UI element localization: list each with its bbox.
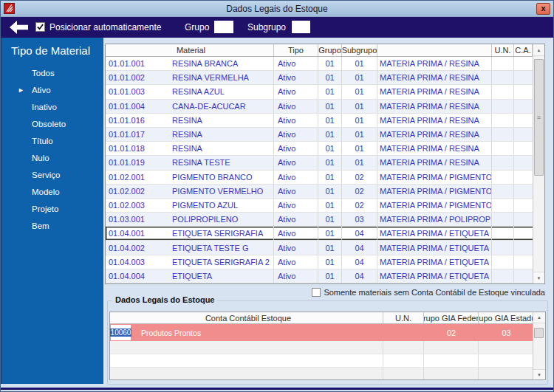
scroll-up-icon[interactable]: ▲ [533, 44, 544, 56]
material-un [492, 227, 514, 240]
material-descricao: MATERIA PRIMA / POLIPROPILENO [377, 213, 492, 226]
material-grupo: 01 [318, 156, 342, 169]
material-row[interactable]: 01.01.018 RESINA Ativo 01 01 MATERIA PRI… [106, 142, 544, 156]
material-name: PIGMENTO AZUL [172, 199, 274, 212]
scroll-down-icon[interactable]: ▼ [533, 272, 544, 283]
material-ca [514, 114, 533, 127]
scroll-up-icon[interactable]: ▲ [533, 312, 545, 323]
material-descricao: MATERIA PRIMA / RESINA [377, 71, 492, 84]
sidebar-title: Tipo de Material [2, 38, 103, 65]
window-title: Dados Legais do Estoque [1, 4, 553, 14]
material-subgrupo: 01 [342, 71, 377, 84]
scrollbar-thumb[interactable]: ≡ [534, 59, 544, 176]
material-row[interactable]: 01.02.001 PIGMENTO BRANCO Ativo 01 02 MA… [106, 171, 544, 185]
material-name: RESINA TESTE [172, 156, 274, 169]
scrollbar-thumb[interactable] [534, 328, 544, 338]
material-subgrupo: 01 [342, 156, 377, 169]
material-row[interactable]: 01.01.002 RESINA VERMELHA Ativo 01 01 MA… [106, 71, 544, 85]
legal-table-empty-row[interactable] [110, 354, 545, 368]
sidebar-item-bem[interactable]: ► Bem [2, 218, 103, 235]
material-code: 01.01.017 [106, 128, 172, 141]
sidebar-item-obsoleto[interactable]: ► Obsoleto [2, 116, 103, 133]
material-tipo: Ativo [274, 57, 318, 70]
material-descricao: MATERIA PRIMA / ETIQUETA [377, 241, 492, 254]
filter-label: Somente materiais sem Conta Contábil de … [324, 288, 545, 297]
material-row[interactable]: 01.02.002 PIGMENTO VERMELHO Ativo 01 02 … [106, 185, 544, 199]
sidebar-item-título[interactable]: ► Título [2, 133, 103, 150]
material-descricao: MATERIA PRIMA / RESINA [377, 128, 492, 141]
material-ca [514, 156, 533, 169]
sidebar-item-serviço[interactable]: ► Serviço [2, 167, 103, 184]
material-subgrupo: 03 [342, 213, 377, 226]
material-row[interactable]: 01.04.004 ETIQUETA Ativo 01 04 MATERIA P… [106, 269, 544, 283]
legal-table-empty-row[interactable] [110, 368, 545, 380]
main-area: Material Tipo Grupo Subgrupo U.N. C.A. 0… [103, 38, 553, 384]
material-name: POLIPROPILENO [172, 213, 274, 226]
material-descricao: MATERIA PRIMA / PIGMENTO [377, 199, 492, 212]
material-tipo: Ativo [274, 241, 318, 254]
material-row[interactable]: 01.04.003 ETIQUETA SERIGRAFIA 2 Ativo 01… [106, 255, 544, 269]
material-name: RESINA [172, 128, 274, 141]
material-row[interactable]: 01.01.017 RESINA Ativo 01 01 MATERIA PRI… [106, 128, 544, 142]
material-row[interactable]: 01.04.001 ETIQUETA SERIGRAFIA Ativo 01 0… [106, 227, 544, 241]
material-grupo: 01 [318, 142, 342, 155]
legal-table-empty-row[interactable] [110, 341, 545, 354]
material-subgrupo: 01 [342, 100, 377, 113]
scroll-down-icon[interactable]: ▼ [533, 369, 545, 379]
material-tipo: Ativo [274, 128, 318, 141]
material-subgrupo: 01 [342, 85, 377, 98]
material-descricao: MATERIA PRIMA / PIGMENTO [377, 185, 492, 198]
column-header-subgrupo: Subgrupo [342, 44, 377, 56]
titlebar: Dados Legais do Estoque x [1, 1, 553, 17]
material-row[interactable]: 01.01.004 CANA-DE-ACUCAR Ativo 01 01 MAT… [106, 100, 544, 114]
material-subgrupo: 04 [342, 255, 377, 269]
material-name: ETIQUETA SERIGRAFIA [172, 227, 274, 240]
auto-position-label: Posicionar automaticamente [49, 22, 161, 32]
conta-gia-federal: 02 [424, 329, 479, 337]
material-row[interactable]: 01.04.002 ETIQUETA TESTE G Ativo 01 04 M… [106, 241, 544, 255]
material-grupo: 01 [318, 128, 342, 141]
back-arrow-icon[interactable] [10, 21, 28, 36]
column-header-descricao [377, 44, 492, 56]
auto-position-checkbox[interactable] [35, 22, 45, 32]
conta-gia-estadual: 03 [479, 329, 534, 337]
material-ca [514, 57, 533, 70]
close-button[interactable]: x [536, 3, 550, 15]
sidebar-item-nulo[interactable]: ► Nulo [2, 150, 103, 167]
conta-code-cell[interactable]: 10060 [111, 325, 131, 340]
material-row[interactable]: 01.01.016 RESINA Ativo 01 01 MATERIA PRI… [106, 114, 544, 128]
material-row[interactable]: 01.01.001 RESINA BRANCA Ativo 01 01 MATE… [106, 57, 544, 71]
legal-table: Conta Contábil Estoque U.N. Grupo GIA Fe… [109, 312, 546, 380]
material-code: 01.04.004 [106, 269, 172, 283]
material-tipo: Ativo [274, 255, 318, 269]
material-tipo: Ativo [274, 199, 318, 212]
legal-table-row-selected[interactable]: 10060 Produtos Prontos 02 03 [110, 324, 545, 341]
material-code: 01.01.019 [106, 156, 172, 169]
subgrupo-input[interactable] [292, 21, 310, 33]
material-subgrupo: 01 [342, 128, 377, 141]
sidebar-item-modelo[interactable]: ► Modelo [2, 184, 103, 201]
grupo-input[interactable] [214, 21, 233, 33]
material-un [492, 114, 514, 127]
legal-table-scrollbar[interactable]: ▲ ▼ [533, 312, 545, 379]
material-un [492, 255, 514, 269]
material-row[interactable]: 01.02.003 PIGMENTO AZUL Ativo 01 02 MATE… [106, 199, 544, 213]
material-code: 01.02.003 [106, 199, 172, 212]
sidebar-item-ativo[interactable]: ► Ativo [2, 82, 103, 99]
toolbar: Posicionar automaticamente Grupo Subgrup… [1, 17, 553, 38]
material-un [492, 185, 514, 198]
material-row[interactable]: 01.03.001 POLIPROPILENO Ativo 01 03 MATE… [106, 213, 544, 227]
material-row[interactable]: 01.01.019 RESINA TESTE Ativo 01 01 MATER… [106, 156, 544, 170]
materials-table-scrollbar[interactable]: ▲ ≡ ▼ [533, 44, 544, 283]
material-row[interactable]: 01.01.003 RESINA AZUL Ativo 01 01 MATERI… [106, 85, 544, 99]
sidebar-item-todos[interactable]: ► Todos [2, 65, 103, 82]
sidebar-item-inativo[interactable]: ► Inativo [2, 99, 103, 116]
material-un [492, 100, 514, 113]
materials-table: Material Tipo Grupo Subgrupo U.N. C.A. 0… [105, 44, 545, 284]
material-code: 01.03.001 [106, 213, 172, 226]
filter-checkbox[interactable] [312, 288, 321, 297]
sidebar-item-projeto[interactable]: ► Projeto [2, 201, 103, 218]
material-subgrupo: 04 [342, 227, 377, 240]
material-grupo: 01 [318, 255, 342, 269]
material-grupo: 01 [318, 171, 342, 184]
